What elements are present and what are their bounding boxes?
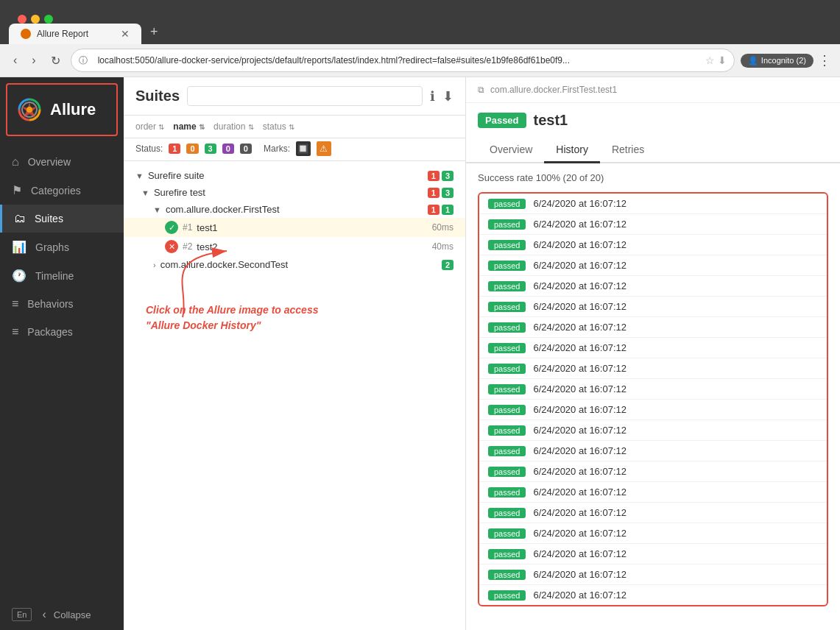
sidebar-item-label-behaviors: Behaviors xyxy=(27,298,73,310)
tree-item-name: Surefire test xyxy=(154,187,428,198)
history-list-item[interactable]: passed 6/24/2020 at 16:07:12 xyxy=(479,585,827,605)
history-list-item[interactable]: passed 6/24/2020 at 16:07:12 xyxy=(479,544,827,564)
browser-menu-button[interactable]: ⋮ xyxy=(818,52,831,68)
status-badge-broken[interactable]: 0 xyxy=(186,144,198,154)
traffic-light-green[interactable] xyxy=(44,15,53,24)
annotation-arrow xyxy=(168,244,315,332)
history-date: 6/24/2020 at 16:07:12 xyxy=(533,569,627,580)
history-list-item[interactable]: passed 6/24/2020 at 16:07:12 xyxy=(479,400,827,420)
suites-title: Suites xyxy=(135,88,180,105)
name-sort[interactable]: name ⇅ xyxy=(173,121,205,132)
copy-icon[interactable]: ⧉ xyxy=(478,85,484,95)
history-date: 6/24/2020 at 16:07:12 xyxy=(533,548,627,559)
history-list-item[interactable]: passed 6/24/2020 at 16:07:12 xyxy=(479,338,827,358)
success-rate-text: Success rate 100% (20 of 20) xyxy=(478,172,828,183)
suites-tree: ▼ Surefire suite 1 3 ▼ Surefire test 1 3 xyxy=(124,161,465,630)
status-badge-skipped[interactable]: 0 xyxy=(222,144,234,154)
sidebar-item-packages[interactable]: ≡ Packages xyxy=(0,318,124,346)
history-date: 6/24/2020 at 16:07:12 xyxy=(533,466,627,477)
incognito-label: Incognito (2) xyxy=(761,56,806,65)
sidebar-item-overview[interactable]: ⌂ Overview xyxy=(0,148,124,176)
mark-flaky-button[interactable]: 🔲 xyxy=(296,141,311,156)
history-passed-badge: passed xyxy=(488,219,526,230)
tree-item-test1[interactable]: ✓ #1 test1 60ms xyxy=(124,218,465,237)
new-tab-button[interactable]: + xyxy=(144,24,164,44)
bookmark-icon[interactable]: ☆ xyxy=(705,54,715,66)
sidebar-item-label-timeline: Timeline xyxy=(35,270,74,282)
sidebar-item-behaviors[interactable]: ≡ Behaviors xyxy=(0,290,124,318)
order-sort[interactable]: order ⇅ xyxy=(135,121,164,132)
browser-toolbar: ‹ › ↻ ⓘ ☆ ⬇ 👤 Incognito (2) ⋮ xyxy=(0,44,840,77)
tab-favicon xyxy=(21,29,31,39)
status-sort[interactable]: status ⇅ xyxy=(263,121,294,132)
tree-item-surefire-suite[interactable]: ▼ Surefire suite 1 3 xyxy=(124,167,465,184)
history-list-item[interactable]: passed 6/24/2020 at 16:07:12 xyxy=(479,255,827,276)
duration-sort-arrows: ⇅ xyxy=(248,123,254,131)
status-badge-passed[interactable]: 3 xyxy=(205,144,216,154)
status-badge-failed[interactable]: 1 xyxy=(169,144,180,154)
traffic-light-yellow[interactable] xyxy=(31,15,40,24)
address-bar[interactable] xyxy=(91,52,702,68)
language-button[interactable]: En xyxy=(12,608,32,621)
incognito-button[interactable]: 👤 Incognito (2) xyxy=(741,54,813,68)
sidebar-logo[interactable]: Allure xyxy=(6,83,118,136)
tree-item-surefire-test[interactable]: ▼ Surefire test 1 3 xyxy=(124,184,465,201)
toggle-icon: ▼ xyxy=(141,188,149,197)
sidebar-item-timeline[interactable]: 🕐 Timeline xyxy=(0,261,124,290)
browser-tab[interactable]: Allure Report ✕ xyxy=(9,24,141,44)
tree-item-name: com.allure.docker.FirstTest xyxy=(166,204,428,215)
secure-icon: ⓘ xyxy=(79,54,88,67)
history-list-item[interactable]: passed 6/24/2020 at 16:07:12 xyxy=(479,214,827,235)
suites-search-input[interactable] xyxy=(187,86,423,106)
tab-close-button[interactable]: ✕ xyxy=(121,28,130,40)
history-passed-badge: passed xyxy=(488,549,526,559)
history-passed-badge: passed xyxy=(488,261,526,271)
history-list-item[interactable]: passed 6/24/2020 at 16:07:12 xyxy=(479,420,827,441)
download-button[interactable]: ⬇ xyxy=(442,88,453,105)
badge-passed: 3 xyxy=(442,188,453,198)
history-list-item[interactable]: passed 6/24/2020 at 16:07:12 xyxy=(479,276,827,297)
mark-warn-button[interactable]: ⚠ xyxy=(317,141,331,156)
sidebar-item-suites[interactable]: 🗂 Suites xyxy=(0,205,124,233)
history-list-item[interactable]: passed 6/24/2020 at 16:07:12 xyxy=(479,564,827,585)
history-list-item[interactable]: passed 6/24/2020 at 16:07:12 xyxy=(479,503,827,523)
sidebar-navigation: ⌂ Overview ⚑ Categories 🗂 Suites 📊 Graph… xyxy=(0,142,124,599)
duration-sort[interactable]: duration ⇅ xyxy=(213,121,254,132)
suites-icon: 🗂 xyxy=(14,212,26,225)
history-date: 6/24/2020 at 16:07:12 xyxy=(533,528,627,539)
status-filter-bar: Status: 1 0 3 0 0 Marks: 🔲 ⚠ xyxy=(124,138,465,161)
download-icon[interactable]: ⬇ xyxy=(718,54,727,66)
history-list-item[interactable]: passed 6/24/2020 at 16:07:12 xyxy=(479,482,827,503)
history-list-item[interactable]: passed 6/24/2020 at 16:07:12 xyxy=(479,379,827,400)
history-list-item[interactable]: passed 6/24/2020 at 16:07:12 xyxy=(479,441,827,461)
badge-passed: 2 xyxy=(442,260,453,270)
history-passed-badge: passed xyxy=(488,384,526,394)
info-button[interactable]: ℹ xyxy=(430,88,435,105)
back-button[interactable]: ‹ xyxy=(9,52,21,68)
svg-point-3 xyxy=(27,107,32,113)
history-list-item[interactable]: passed 6/24/2020 at 16:07:12 xyxy=(479,523,827,544)
history-list-item[interactable]: passed 6/24/2020 at 16:07:12 xyxy=(479,297,827,317)
sidebar-item-categories[interactable]: ⚑ Categories xyxy=(0,176,124,205)
collapse-label[interactable]: Collapse xyxy=(54,609,91,620)
sidebar-item-graphs[interactable]: 📊 Graphs xyxy=(0,233,124,261)
collapse-icon[interactable]: ‹ xyxy=(42,608,46,621)
traffic-light-red[interactable] xyxy=(18,15,27,24)
tree-item-first-test-class[interactable]: ▼ com.allure.docker.FirstTest 1 1 xyxy=(124,201,465,218)
packages-icon: ≡ xyxy=(12,325,18,339)
status-badge-unknown[interactable]: 0 xyxy=(240,144,252,154)
forward-button[interactable]: › xyxy=(27,52,40,68)
history-passed-badge: passed xyxy=(488,590,526,601)
history-list-item[interactable]: passed 6/24/2020 at 16:07:12 xyxy=(479,317,827,338)
refresh-button[interactable]: ↻ xyxy=(46,52,65,69)
history-passed-badge: passed xyxy=(488,343,526,353)
badge-passed: 3 xyxy=(442,171,453,181)
tab-history[interactable]: History xyxy=(544,138,600,163)
history-list-item[interactable]: passed 6/24/2020 at 16:07:12 xyxy=(479,358,827,379)
tab-overview[interactable]: Overview xyxy=(478,138,544,163)
history-list-item[interactable]: passed 6/24/2020 at 16:07:12 xyxy=(479,461,827,482)
history-date: 6/24/2020 at 16:07:12 xyxy=(533,322,627,333)
history-list-item[interactable]: passed 6/24/2020 at 16:07:12 xyxy=(479,194,827,214)
tab-retries[interactable]: Retries xyxy=(600,138,656,163)
history-list-item[interactable]: passed 6/24/2020 at 16:07:12 xyxy=(479,235,827,255)
